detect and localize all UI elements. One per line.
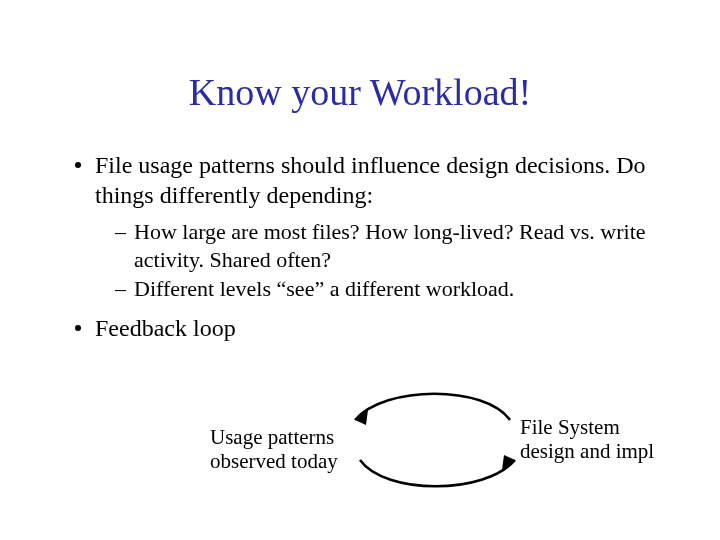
slide-body: File usage patterns should influence des… xyxy=(75,150,665,349)
sub-bullet-1-text: How large are most files? How long-lived… xyxy=(134,218,665,273)
loop-label-right: File System design and impl xyxy=(520,415,654,463)
loop-right-line2: design and impl xyxy=(520,439,654,463)
bullet-dot-icon xyxy=(75,162,81,168)
loop-left-line2: observed today xyxy=(210,449,338,473)
loop-left-line1: Usage patterns xyxy=(210,425,334,449)
dash-icon: – xyxy=(115,218,126,246)
sub-bullet-list: – How large are most files? How long-liv… xyxy=(115,218,665,303)
sub-bullet-2: – Different levels “see” a different wor… xyxy=(115,275,665,303)
feedback-loop-icon xyxy=(335,380,535,500)
bullet-item-1: File usage patterns should influence des… xyxy=(75,150,665,210)
slide: Know your Workload! File usage patterns … xyxy=(0,0,720,540)
dash-icon: – xyxy=(115,275,126,303)
bullet-item-2: Feedback loop xyxy=(75,313,665,343)
bullet-1-text: File usage patterns should influence des… xyxy=(95,150,665,210)
slide-title: Know your Workload! xyxy=(0,70,720,114)
bullet-dot-icon xyxy=(75,325,81,331)
loop-label-left: Usage patterns observed today xyxy=(210,425,338,473)
sub-bullet-1: – How large are most files? How long-liv… xyxy=(115,218,665,273)
feedback-loop-diagram: Usage patterns observed today File Syste… xyxy=(200,380,660,500)
sub-bullet-2-text: Different levels “see” a different workl… xyxy=(134,275,665,303)
bullet-2-text: Feedback loop xyxy=(95,313,665,343)
